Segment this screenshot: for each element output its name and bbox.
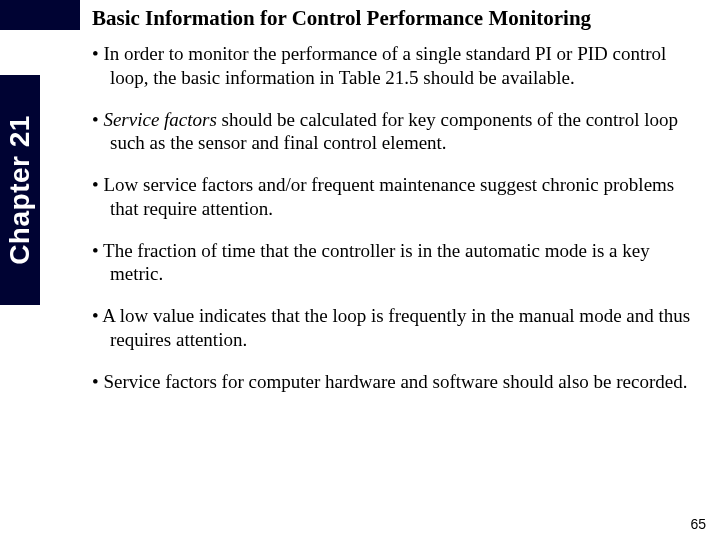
slide-title: Basic Information for Control Performanc… bbox=[92, 6, 591, 31]
chapter-sidebar: Chapter 21 bbox=[0, 75, 40, 305]
bullet-6-text: Service factors for computer hardware an… bbox=[103, 371, 687, 392]
bullet-4: The fraction of time that the controller… bbox=[92, 239, 696, 287]
corner-box bbox=[0, 0, 80, 30]
bullet-2-emph: Service factors bbox=[103, 109, 216, 130]
bullet-6: Service factors for computer hardware an… bbox=[92, 370, 696, 394]
bullet-1: In order to monitor the performance of a… bbox=[92, 42, 696, 90]
content-area: In order to monitor the performance of a… bbox=[92, 42, 696, 411]
bullet-2: Service factors should be calculated for… bbox=[92, 108, 696, 156]
chapter-label: Chapter 21 bbox=[4, 115, 36, 265]
bullet-4-text: The fraction of time that the controller… bbox=[103, 240, 650, 285]
bullet-5-text: A low value indicates that the loop is f… bbox=[102, 305, 690, 350]
bullet-3-text: Low service factors and/or frequent main… bbox=[103, 174, 674, 219]
bullet-3: Low service factors and/or frequent main… bbox=[92, 173, 696, 221]
bullet-1-text: In order to monitor the performance of a… bbox=[103, 43, 666, 88]
page-number: 65 bbox=[690, 516, 706, 532]
bullet-5: A low value indicates that the loop is f… bbox=[92, 304, 696, 352]
